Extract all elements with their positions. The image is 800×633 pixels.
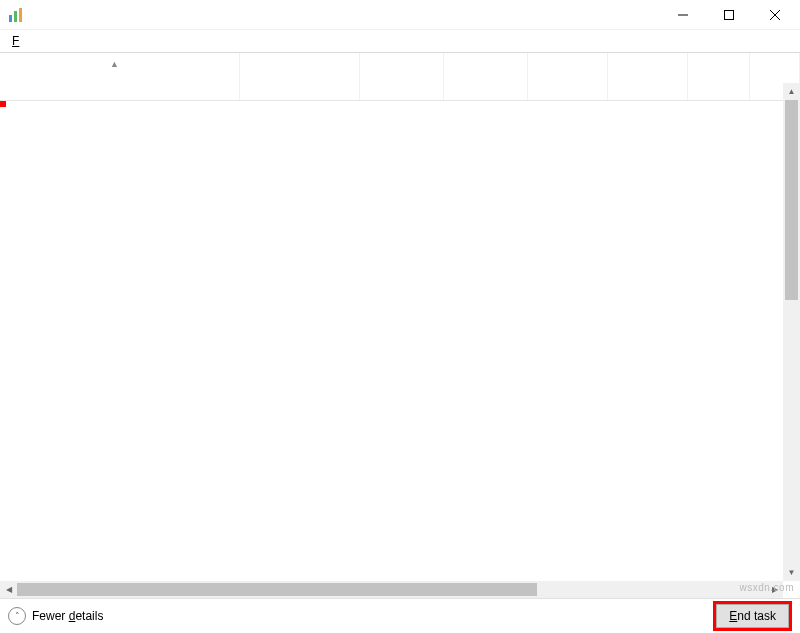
scroll-up-icon[interactable]: ▲ [783,83,800,100]
hscroll-thumb[interactable] [17,583,537,596]
sort-indicator-icon: ▲ [110,59,119,69]
menubar: F [0,30,800,52]
end-task-highlight: End task [713,601,792,631]
col-network[interactable] [608,53,688,100]
col-name[interactable] [0,53,240,100]
col-gpu[interactable] [688,53,750,100]
minimize-button[interactable] [660,0,706,30]
fewer-details-button[interactable]: ˄ Fewer details [8,607,103,625]
chevron-up-icon: ˄ [8,607,26,625]
end-task-button[interactable]: End task [716,604,789,628]
footer: ˄ Fewer details End task [0,598,800,633]
menu-options[interactable] [43,39,59,43]
col-status[interactable] [240,53,360,100]
watermark: wsxdn.com [739,582,794,593]
svg-rect-0 [9,15,12,22]
vertical-scrollbar[interactable]: ▲ ▼ [783,83,800,581]
col-disk[interactable] [528,53,608,100]
svg-rect-2 [19,8,22,22]
menu-view[interactable] [59,39,75,43]
table-header: ▲ [0,53,800,101]
horizontal-scrollbar[interactable]: ◀ ▶ [0,581,783,598]
maximize-button[interactable] [706,0,752,30]
col-cpu[interactable] [360,53,444,100]
highlight-annotation [0,101,6,107]
svg-rect-4 [725,10,734,19]
scroll-thumb[interactable] [785,100,798,300]
titlebar [0,0,800,30]
app-icon [8,7,24,23]
close-button[interactable] [752,0,798,30]
scroll-left-icon[interactable]: ◀ [0,581,17,598]
menu-file[interactable]: F [4,32,43,50]
scroll-down-icon[interactable]: ▼ [783,564,800,581]
svg-rect-1 [14,11,17,22]
col-memory[interactable] [444,53,528,100]
